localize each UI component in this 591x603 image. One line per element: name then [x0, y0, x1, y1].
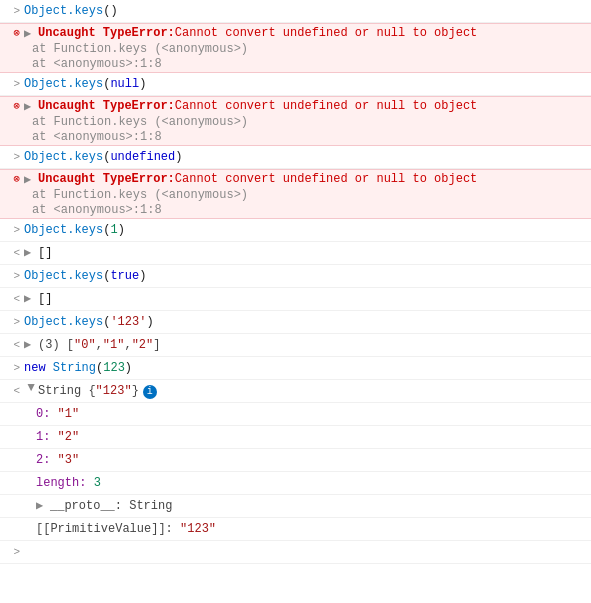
error-icon-1: ⊗: [4, 26, 24, 39]
array-label-5: []: [38, 290, 52, 308]
code-paren-close-5: ): [139, 267, 146, 285]
error-icon-3: ⊗: [4, 172, 24, 185]
error-stack-anon-3: at <anonymous>:1:8: [24, 203, 162, 217]
code-string-ctor-7: String: [53, 359, 96, 377]
code-paren-open-4: (: [103, 221, 110, 239]
line-content-5: Object.keys(true): [24, 267, 587, 285]
prop-key-length: length:: [36, 474, 86, 492]
code-paren-close-3: ): [175, 148, 182, 166]
code-paren-7: (: [96, 359, 103, 377]
error-container-1: ⊗ ▶ Uncaught TypeError: Cannot convert u…: [0, 23, 591, 73]
code-object-keys-5: Object.keys: [24, 267, 103, 285]
error-stack1-3: at Function.keys (<anonymous>): [0, 188, 591, 203]
string-obj-label: String {: [38, 382, 96, 400]
array-sep-2: ,: [124, 336, 131, 354]
code-paren-open-6: (: [103, 313, 110, 331]
code-true-5: true: [110, 267, 139, 285]
line-content-final: [24, 543, 587, 561]
error-chevron-1[interactable]: ▶: [24, 26, 38, 41]
error-type-2: Uncaught TypeError:: [38, 99, 175, 113]
error-msg-2: Cannot convert undefined or null to obje…: [175, 99, 477, 113]
primitive-sep: [173, 520, 180, 538]
error-stack2-1: at <anonymous>:1:8: [0, 57, 591, 72]
prop-sep-1: [50, 428, 57, 446]
input-line-3: > Object.keys(undefined): [0, 146, 591, 169]
prop-sep-length: [86, 474, 93, 492]
array-count-6: (3) [: [38, 336, 74, 354]
input-prefix-3: >: [4, 148, 24, 166]
output-content-5: ▶ []: [24, 290, 587, 308]
error-stack-func-2: at Function.keys (<anonymous>): [24, 115, 248, 129]
code-paren-close-2: ): [139, 75, 146, 93]
error-stack-anon-1: at <anonymous>:1:8: [24, 57, 162, 71]
input-prefix-1: >: [4, 2, 24, 20]
output-prefix-6: <: [4, 336, 24, 354]
input-prefix-4: >: [4, 221, 24, 239]
code-object-keys-6: Object.keys: [24, 313, 103, 331]
array-chevron-4[interactable]: ▶: [24, 244, 38, 262]
prop-val-length: 3: [94, 474, 101, 492]
error-stack1-1: at Function.keys (<anonymous>): [0, 42, 591, 57]
error-stack1-2: at Function.keys (<anonymous>): [0, 115, 591, 130]
proto-chevron[interactable]: ▶: [36, 497, 50, 515]
code-object-keys-4: Object.keys: [24, 221, 103, 239]
string-prop-length-row: length: 3: [0, 472, 591, 495]
prop-key-1: 1:: [36, 428, 50, 446]
primitive-key: [[PrimitiveValue]]:: [36, 520, 173, 538]
input-line-7: > new String(123): [0, 357, 591, 380]
code-null-2: null: [110, 75, 139, 93]
string-prop-1-row: 1: "2": [0, 426, 591, 449]
error-row-1: ⊗ ▶ Uncaught TypeError: Cannot convert u…: [0, 24, 591, 42]
primitive-val: "123": [180, 520, 216, 538]
array-val-2: "2": [132, 336, 154, 354]
error-stack-func-1: at Function.keys (<anonymous>): [24, 42, 248, 56]
error-container-3: ⊗ ▶ Uncaught TypeError: Cannot convert u…: [0, 169, 591, 219]
prop-sep-0: [50, 405, 57, 423]
array-chevron-6[interactable]: ▶: [24, 336, 38, 354]
cursor-final[interactable]: [24, 543, 31, 561]
input-line-2: > Object.keys(null): [0, 73, 591, 96]
input-line-5: > Object.keys(true): [0, 265, 591, 288]
prop-key-0: 0:: [36, 405, 50, 423]
output-prefix-5: <: [4, 290, 24, 308]
code-parens-1: (): [103, 2, 117, 20]
prop-val-1: "2": [58, 428, 80, 446]
prop-key-2: 2:: [36, 451, 50, 469]
code-paren-open-2: (: [103, 75, 110, 93]
error-row-3: ⊗ ▶ Uncaught TypeError: Cannot convert u…: [0, 170, 591, 188]
proto-label: __proto__: String: [50, 497, 172, 515]
error-stack-func-3: at Function.keys (<anonymous>): [24, 188, 248, 202]
error-chevron-2[interactable]: ▶: [24, 99, 38, 114]
line-content-6: Object.keys('123'): [24, 313, 587, 331]
code-undefined-3: undefined: [110, 148, 175, 166]
output-content-7: ▶ String {"123"} i: [24, 382, 587, 400]
string-obj-info-icon[interactable]: i: [143, 385, 157, 399]
string-proto-content: ▶ __proto__: String: [36, 497, 587, 515]
string-obj-close: }: [132, 382, 139, 400]
prop-val-2: "3": [58, 451, 80, 469]
input-line-1: > Object.keys(): [0, 0, 591, 23]
string-obj-chevron[interactable]: ▶: [22, 384, 40, 398]
input-line-final: >: [0, 541, 591, 564]
input-prefix-6: >: [4, 313, 24, 331]
line-content-7: new String(123): [24, 359, 587, 377]
string-prop-0-row: 0: "1": [0, 403, 591, 426]
array-val-0: "0": [74, 336, 96, 354]
code-paren-close-6: ): [146, 313, 153, 331]
code-close-7: ): [125, 359, 132, 377]
array-chevron-5[interactable]: ▶: [24, 290, 38, 308]
string-prop-2-content: 2: "3": [36, 451, 587, 469]
array-sep-1: ,: [96, 336, 103, 354]
code-paren-open-5: (: [103, 267, 110, 285]
string-prop-0-content: 0: "1": [36, 405, 587, 423]
string-prop-length-content: length: 3: [36, 474, 587, 492]
input-prefix-2: >: [4, 75, 24, 93]
error-type-1: Uncaught TypeError:: [38, 26, 175, 40]
code-space-7: [46, 359, 53, 377]
error-chevron-3[interactable]: ▶: [24, 172, 38, 187]
line-content-2: Object.keys(null): [24, 75, 587, 93]
output-content-6: ▶ (3) ["0", "1", "2"]: [24, 336, 587, 354]
output-line-6: < ▶ (3) ["0", "1", "2"]: [0, 334, 591, 357]
error-stack2-2: at <anonymous>:1:8: [0, 130, 591, 145]
array-close-6: ]: [153, 336, 160, 354]
